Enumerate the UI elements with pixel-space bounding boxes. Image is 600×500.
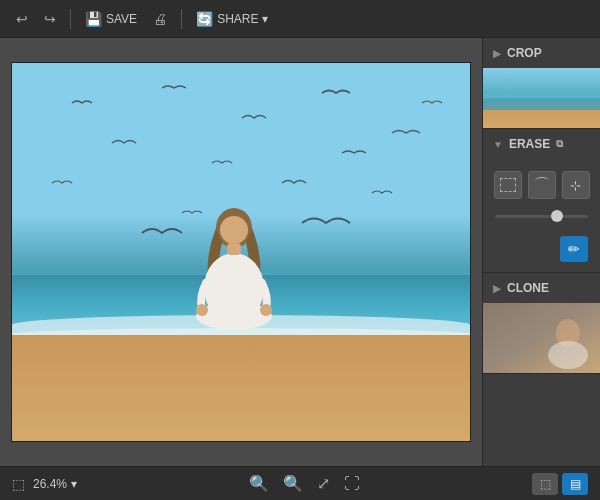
erase-slider-container — [491, 203, 592, 234]
separator-2 — [181, 9, 182, 29]
clone-header[interactable]: ▶ CLONE — [483, 273, 600, 303]
svg-rect-9 — [483, 98, 600, 110]
panel-toggle-2[interactable]: ▤ — [562, 473, 588, 495]
save-button[interactable]: 💾 SAVE — [79, 7, 143, 31]
person-silhouette — [164, 198, 304, 358]
status-right: ⬚ ▤ — [532, 473, 588, 495]
lasso-select-icon: ⌒ — [534, 175, 550, 196]
svg-point-4 — [260, 304, 272, 316]
magic-select-button[interactable]: ⊹ — [562, 171, 590, 199]
rect-select-button[interactable] — [494, 171, 522, 199]
erase-slider-track[interactable] — [495, 215, 588, 218]
redo-button[interactable]: ↪ — [38, 7, 62, 31]
canvas-area — [0, 38, 482, 466]
erase-tools-section: ⌒ ⊹ ✏ — [483, 159, 600, 272]
blue-action-container: ✏ — [491, 234, 592, 264]
clone-section: ▶ CLONE — [483, 273, 600, 374]
share-icon: 🔄 — [196, 11, 213, 27]
erase-slider-thumb[interactable] — [551, 210, 563, 222]
share-label: SHARE ▾ — [217, 12, 268, 26]
erase-tools-row: ⌒ ⊹ — [491, 167, 592, 203]
erase-mode-icon: ⧉ — [556, 138, 563, 150]
separator-1 — [70, 9, 71, 29]
crop-label: CROP — [507, 46, 542, 60]
panel-icon-2: ▤ — [570, 477, 581, 491]
crop-arrow-icon: ▶ — [493, 48, 501, 59]
erase-header[interactable]: ▼ ERASE ⧉ — [483, 129, 600, 159]
erase-arrow-icon: ▼ — [493, 139, 503, 150]
status-left: ⬚ 26.4% ▾ — [12, 476, 77, 492]
print-icon: 🖨 — [153, 11, 167, 27]
panel-icon-1: ⬚ — [540, 477, 551, 491]
status-bar: ⬚ 26.4% ▾ 🔍 🔍 ⤢ ⛶ ⬚ ▤ — [0, 466, 600, 500]
right-panel: ▶ CROP — [482, 38, 600, 466]
svg-point-6 — [220, 216, 248, 244]
status-icons: 🔍 🔍 ⤢ ⛶ — [245, 472, 364, 495]
crop-preview — [483, 68, 600, 128]
magic-select-icon: ⊹ — [570, 178, 581, 193]
erase-apply-button[interactable]: ✏ — [560, 236, 588, 262]
undo-button[interactable]: ↩ — [10, 7, 34, 31]
fullscreen-button[interactable]: ⛶ — [340, 473, 364, 495]
toolbar: ↩ ↪ 💾 SAVE 🖨 🔄 SHARE ▾ — [0, 0, 600, 38]
crop-preview-image — [483, 68, 600, 128]
main-content: ▶ CROP — [0, 38, 600, 466]
save-label: SAVE — [106, 12, 137, 26]
save-icon: 💾 — [85, 11, 102, 27]
undo-icon: ↩ — [16, 11, 28, 27]
erase-section: ▼ ERASE ⧉ ⌒ ⊹ — [483, 129, 600, 273]
share-button[interactable]: 🔄 SHARE ▾ — [190, 7, 274, 31]
image-canvas[interactable] — [11, 62, 471, 442]
redo-icon: ↪ — [44, 11, 56, 27]
clone-arrow-icon: ▶ — [493, 283, 501, 294]
print-button[interactable]: 🖨 — [147, 7, 173, 31]
lasso-select-button[interactable]: ⌒ — [528, 171, 556, 199]
zoom-dropdown-arrow[interactable]: ▾ — [71, 477, 77, 491]
svg-rect-5 — [227, 243, 241, 255]
zoom-out-button[interactable]: 🔍 — [245, 472, 273, 495]
frame-icon: ⬚ — [12, 476, 25, 492]
svg-point-12 — [548, 341, 588, 369]
erase-apply-icon: ✏ — [568, 241, 580, 257]
zoom-display: 26.4% ▾ — [33, 477, 77, 491]
rect-select-icon — [500, 178, 516, 192]
zoom-in-button[interactable]: 🔍 — [279, 472, 307, 495]
crop-section: ▶ CROP — [483, 38, 600, 129]
zoom-value: 26.4% — [33, 477, 67, 491]
fit-button[interactable]: ⤢ — [313, 472, 334, 495]
svg-point-3 — [196, 304, 208, 316]
clone-preview — [483, 303, 600, 373]
panel-toggle-1[interactable]: ⬚ — [532, 473, 558, 495]
erase-label: ERASE — [509, 137, 550, 151]
svg-point-2 — [196, 302, 272, 330]
clone-label: CLONE — [507, 281, 549, 295]
crop-header[interactable]: ▶ CROP — [483, 38, 600, 68]
clone-preview-image — [483, 303, 600, 373]
